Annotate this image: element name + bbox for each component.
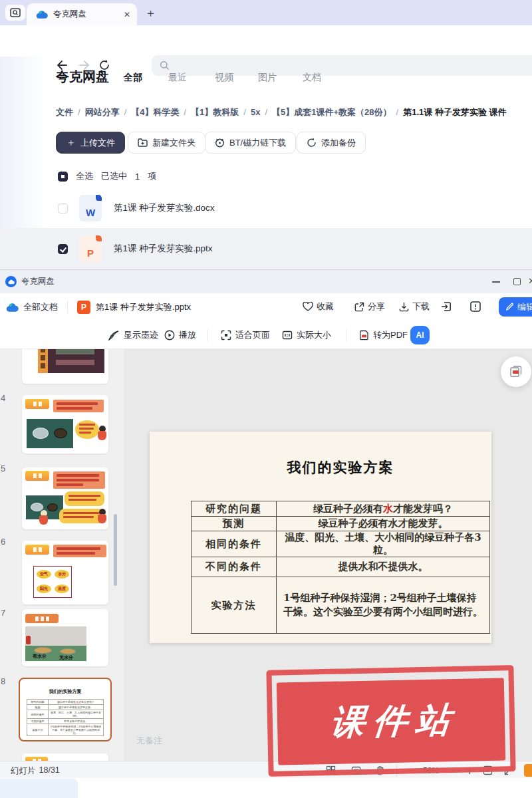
play-icon	[164, 330, 175, 340]
table-row-label: 研究的问题	[192, 501, 277, 517]
table-row-content: 绿豆种子必须有水才能发芽吗？	[277, 501, 490, 517]
new-folder-button[interactable]: 新建文件夹	[128, 132, 205, 154]
thumb-textbox	[53, 400, 104, 412]
no-notes-text: 无备注	[136, 735, 162, 747]
quark-logo-icon	[36, 10, 48, 19]
file-row-docx[interactable]: W 第1课 种子发芽实验.docx	[0, 189, 532, 227]
file-name[interactable]: 第1课 种子发芽实验.pptx	[114, 243, 213, 255]
file-row-pptx[interactable]: P 第1课 种子发芽实验.pptx	[0, 228, 532, 269]
browser-sidebar-button[interactable]	[5, 5, 25, 21]
plus-icon: ＋	[66, 136, 76, 149]
search-input[interactable]	[152, 55, 532, 76]
viewer-toolbar: 全部文档 P 第1课 种子发芽实验.pptx 收藏 分享	[0, 293, 532, 321]
browser-tab-bar: 夸克网盘 ✕ ＋	[0, 0, 532, 25]
slide-thumbnail[interactable]	[22, 467, 108, 529]
word-file-icon: W	[79, 195, 102, 221]
file-checkbox[interactable]	[58, 203, 68, 213]
slide-thumbnail[interactable]: 有水分 无水分	[22, 609, 108, 666]
share-button[interactable]: 分享	[354, 301, 385, 313]
thumb-photo: 有水分 无水分	[25, 626, 86, 661]
browser-nav-bar	[0, 25, 532, 57]
bt-label: BT/磁力链下载	[229, 137, 286, 149]
experiment-plan-table: 研究的问题 绿豆种子必须有水才能发芽吗？ 预测 绿豆种子必须有水才能发芽。 相同…	[191, 501, 490, 634]
minimize-button[interactable]	[492, 281, 500, 283]
breadcrumb-item[interactable]: 【4】科学类	[131, 107, 179, 117]
slide-thumbnail[interactable]: 空气 水分 阳光 温度	[22, 541, 108, 604]
word-letter: W	[86, 207, 95, 218]
breadcrumb-item[interactable]: 【5】成套1课件+教案（28份）	[272, 107, 392, 117]
breadcrumb-sep: /	[124, 107, 127, 117]
edit-label: 编辑	[517, 301, 532, 313]
close-button[interactable]: ✕	[528, 276, 532, 286]
pdf-pages-icon	[509, 364, 523, 379]
save-to-drive-button[interactable]	[440, 301, 452, 313]
thumb-image	[48, 349, 104, 373]
table-row-content: 1号组种子种保持湿润；2号组种子土壤保持干燥。这个实验至少要有两个小组同时进行。	[277, 577, 490, 634]
browser-tab[interactable]: 夸克网盘 ✕	[27, 3, 137, 25]
slide-thumbnail-selected[interactable]: 我们的实验方案 研究的问题 绿豆种子必须有水才能发芽吗？ 预测绿豆种子必须有水才…	[19, 678, 112, 741]
slide-thumbnail[interactable]	[22, 395, 108, 454]
play-button[interactable]: 播放	[164, 329, 196, 341]
download-button[interactable]: 下载	[399, 301, 430, 313]
breadcrumb-item[interactable]: 【1】教科版	[191, 107, 239, 117]
fit-page-label: 适合页面	[235, 329, 270, 341]
breadcrumb-item[interactable]: 文件	[56, 107, 73, 117]
tab-video[interactable]: 视频	[215, 72, 233, 84]
new-tab-button[interactable]: ＋	[145, 5, 156, 21]
convert-pdf-label: 转为PDF	[373, 329, 408, 341]
breadcrumb-item[interactable]: 网站分享	[85, 107, 120, 117]
select-all-checkbox[interactable]	[58, 172, 68, 182]
tab-doc[interactable]: 文档	[303, 72, 321, 84]
corner-action-button[interactable]	[524, 764, 532, 777]
edit-button[interactable]: 编辑	[499, 297, 532, 317]
file-name[interactable]: 第1课 种子发芽实验.docx	[114, 202, 215, 214]
thumb-bubble	[75, 420, 99, 439]
thumb-girl-figure	[98, 509, 106, 523]
all-docs-button[interactable]: 全部文档	[23, 301, 58, 313]
share-icon	[354, 302, 364, 312]
sidebar-scrollbar[interactable]	[114, 514, 117, 586]
slide-canvas: 我们的实验方案 研究的问题 绿豆种子必须有水才能发芽吗？ 预测 绿豆种子必须有水…	[150, 432, 491, 643]
feedback-button[interactable]	[469, 301, 481, 313]
convert-pdf-button[interactable]: 转为PDF	[359, 329, 408, 341]
pencil-icon	[505, 303, 514, 311]
ink-pen-icon	[108, 331, 120, 340]
table-row-label: 相同的条件	[192, 531, 277, 557]
tab-recent[interactable]: 最近	[168, 72, 187, 84]
download-icon	[399, 302, 409, 312]
breadcrumb-item[interactable]: 5x	[251, 107, 260, 117]
pdf-convert-float-button[interactable]	[501, 356, 531, 387]
actual-size-button[interactable]: 实际大小	[282, 329, 331, 341]
show-ink-button[interactable]: 显示墨迹	[108, 329, 158, 341]
tab-image[interactable]: 图片	[258, 72, 277, 84]
photo-label: 有水分	[33, 653, 47, 660]
upload-file-button[interactable]: ＋ 上传文件	[56, 132, 125, 154]
tab-close-icon[interactable]: ✕	[124, 10, 130, 19]
select-all-label[interactable]: 全选	[76, 170, 93, 182]
heart-icon	[303, 302, 313, 311]
table-row-content: 提供水和不提供水。	[277, 557, 490, 577]
watermark-stamp: 课件站	[266, 665, 515, 777]
folder-plus-icon	[138, 138, 148, 147]
bottom-left-panel	[0, 779, 78, 798]
thumb-textbox	[53, 471, 105, 489]
slide-number: 4	[1, 393, 5, 403]
ai-assistant-button[interactable]: AI	[410, 326, 430, 344]
tab-all[interactable]: 全部	[124, 72, 142, 84]
bt-magnet-download-button[interactable]: BT/磁力链下载	[205, 132, 296, 154]
slide-number: 5	[1, 464, 5, 473]
file-icon-fold	[96, 195, 102, 201]
favorite-button[interactable]: 收藏	[303, 301, 334, 313]
maximize-button[interactable]	[513, 278, 521, 285]
mini-slide-title: 我们的实验方案	[20, 688, 110, 695]
slide-number: 8	[1, 676, 5, 686]
add-backup-button[interactable]: 添加备份	[297, 132, 366, 154]
file-checkbox-checked[interactable]	[58, 244, 68, 254]
fit-page-button[interactable]: 适合页面	[221, 329, 270, 341]
breadcrumb-sep: /	[184, 107, 186, 117]
divider	[207, 329, 208, 341]
slide-thumbnail[interactable]	[22, 753, 108, 761]
divider	[67, 301, 68, 313]
slide-thumbnail[interactable]	[22, 349, 108, 384]
slide-position-label: 幻灯片	[11, 765, 36, 777]
